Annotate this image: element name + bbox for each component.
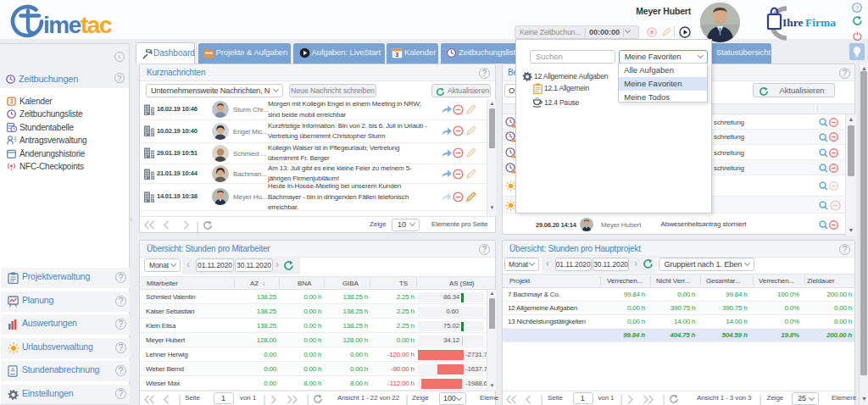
svg-text:?: ?: [855, 4, 860, 12]
svg-text:A: A: [11, 367, 15, 373]
svg-text:tac: tac: [81, 12, 112, 38]
svg-text:3: 3: [10, 98, 14, 104]
svg-text:ime: ime: [43, 12, 81, 38]
svg-text:Firma: Firma: [805, 16, 836, 29]
svg-text:3: 3: [396, 51, 399, 57]
svg-text:Ihre: Ihre: [782, 16, 804, 29]
